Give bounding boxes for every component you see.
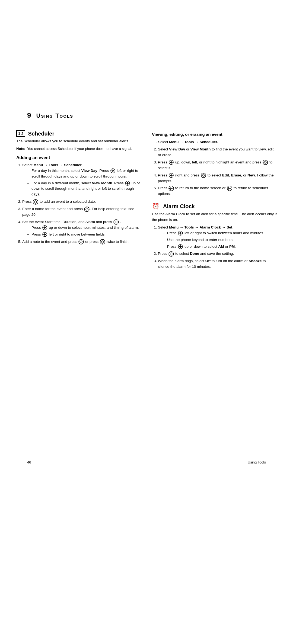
svg-marker-34 (45, 227, 46, 228)
svg-marker-55 (171, 161, 172, 162)
svg-point-73 (202, 174, 205, 176)
back-icon-v5b (227, 186, 232, 191)
scheduler-section-header: 1 2 Scheduler (16, 130, 141, 137)
svg-marker-9 (126, 183, 127, 184)
nav-icon-4a (42, 225, 47, 230)
right-column: Viewing, editing, or erasing an event Se… (152, 130, 277, 450)
svg-point-43 (80, 241, 82, 243)
svg-marker-91 (179, 246, 180, 247)
step-4a: Press up or down to select hour, minutes… (27, 225, 141, 231)
svg-point-93 (180, 246, 181, 247)
alarm-clock-title: Alarm Clock (163, 203, 195, 210)
step-4b: Press left or right to move between fiel… (27, 232, 141, 237)
scheduler-icon: 1 2 (16, 130, 25, 137)
adding-event-title: Adding an event (16, 155, 141, 160)
chapter-header: 9Using Tools (11, 108, 282, 122)
svg-marker-32 (44, 228, 45, 229)
viewing-title: Viewing, editing, or erasing an event (152, 132, 277, 137)
step-1: Select Menu → Tools → Scheduler. For a d… (22, 162, 141, 198)
alarm-step-1a: Press left or right to switch between ho… (163, 230, 277, 236)
ok-icon-v4 (201, 173, 206, 178)
adding-event-steps: Select Menu → Tools → Scheduler. For a d… (22, 162, 141, 245)
svg-point-71 (171, 175, 172, 176)
step-4: Set the event Start time, Duration, and … (22, 219, 141, 237)
page-footer: 46 Using Tools (11, 458, 282, 466)
ok-icon-5b (100, 239, 105, 244)
svg-point-13 (34, 201, 37, 203)
content-area: 1 2 Scheduler The Scheduler allows you t… (0, 122, 293, 458)
ok-icon-v3 (263, 160, 268, 165)
step-3: Enter a name for the event and press . F… (22, 206, 141, 218)
svg-marker-37 (44, 233, 45, 234)
ok-icon-3 (84, 207, 90, 212)
ok-icon-a2 (168, 251, 174, 257)
svg-marker-4 (113, 170, 114, 171)
chapter-title: 9Using Tools (27, 111, 266, 120)
svg-marker-86 (181, 233, 182, 234)
nav-icon-v4 (168, 173, 174, 178)
view-step-1: Select Menu → Tools → Scheduler. (158, 139, 277, 145)
svg-marker-89 (180, 245, 181, 246)
nav-icon-a1c (178, 244, 183, 249)
svg-marker-39 (43, 234, 44, 235)
ok-icon-4 (113, 219, 119, 225)
alarm-step-1b: Use the phone keypad to enter numbers. (163, 237, 277, 243)
svg-marker-83 (180, 231, 181, 233)
back-icon-v5a (168, 186, 174, 191)
view-step-3: Press up, down, left, or right to highli… (158, 160, 277, 171)
svg-marker-3 (111, 170, 112, 171)
bottom-blank-space (0, 466, 293, 644)
svg-marker-90 (180, 247, 181, 248)
alarm-clock-header: ⏰ Alarm Clock (152, 203, 277, 210)
scheduler-description: The Scheduler allows you to schedule eve… (16, 139, 141, 144)
nav-icon-1b (125, 181, 130, 186)
alarm-step-1-substeps: Press left or right to switch between ho… (163, 230, 277, 250)
view-step-5: Press to return to the home screen or to… (158, 185, 277, 197)
ok-icon-2 (33, 199, 38, 205)
svg-point-61 (264, 161, 266, 163)
alarm-step-1c: Press up or down to select AM or PM. (163, 244, 277, 250)
svg-marker-38 (44, 235, 45, 236)
svg-marker-8 (127, 184, 128, 185)
alarm-step-1: Select Menu → Tools → Alarm Clock → Set.… (158, 225, 277, 250)
svg-marker-85 (179, 233, 180, 234)
nav-icon-1a (110, 168, 116, 173)
nav-icon-a1a (178, 230, 183, 236)
step-1a: For a day in this month, select View Day… (27, 168, 141, 179)
chapter-word: Using Tools (36, 112, 73, 119)
scheduler-title: Scheduler (28, 131, 54, 137)
svg-marker-58 (172, 162, 173, 163)
svg-marker-1 (112, 169, 113, 170)
viewing-steps: Select Menu → Tools → Scheduler. Select … (158, 139, 277, 197)
svg-marker-31 (44, 226, 45, 227)
svg-point-19 (86, 208, 88, 210)
footer-section-title: Using Tools (248, 460, 266, 464)
step-5: Add a note to the event and press or pre… (22, 239, 141, 245)
svg-point-87 (180, 233, 181, 234)
svg-point-41 (44, 234, 45, 235)
svg-marker-70 (172, 175, 173, 176)
nav-icon-v3 (168, 160, 174, 165)
step-2: Press to add an event to a selected date… (22, 199, 141, 205)
view-step-2: Select View Day or View Month to find th… (158, 147, 277, 158)
svg-marker-7 (127, 182, 128, 183)
alarm-clock-steps: Select Menu → Tools → Alarm Clock → Set.… (158, 225, 277, 270)
svg-point-35 (44, 227, 45, 228)
svg-marker-84 (180, 234, 181, 235)
svg-marker-2 (112, 171, 113, 172)
scheduler-note: Note: You cannot access Scheduler if you… (16, 146, 141, 152)
step-4-substeps: Press up or down to select hour, minutes… (27, 225, 141, 237)
alarm-clock-section: ⏰ Alarm Clock Use the Alarm Clock to set… (152, 203, 277, 270)
alarm-clock-description: Use the Alarm Clock to set an alert for … (152, 211, 277, 223)
page: 9Using Tools 1 2 Scheduler The Scheduler… (0, 0, 293, 644)
left-column: 1 2 Scheduler The Scheduler allows you t… (16, 130, 141, 450)
ok-icon-5a (78, 239, 84, 244)
top-blank-space (0, 0, 293, 108)
alarm-step-3: When the alarm rings, select Off to turn… (158, 258, 277, 270)
view-step-4: Press right and press to select Edit, Er… (158, 173, 277, 184)
alarm-clock-icon: ⏰ (152, 203, 159, 210)
svg-marker-67 (171, 174, 172, 175)
svg-point-25 (115, 221, 117, 223)
page-number: 46 (27, 460, 31, 464)
svg-point-59 (171, 162, 172, 163)
